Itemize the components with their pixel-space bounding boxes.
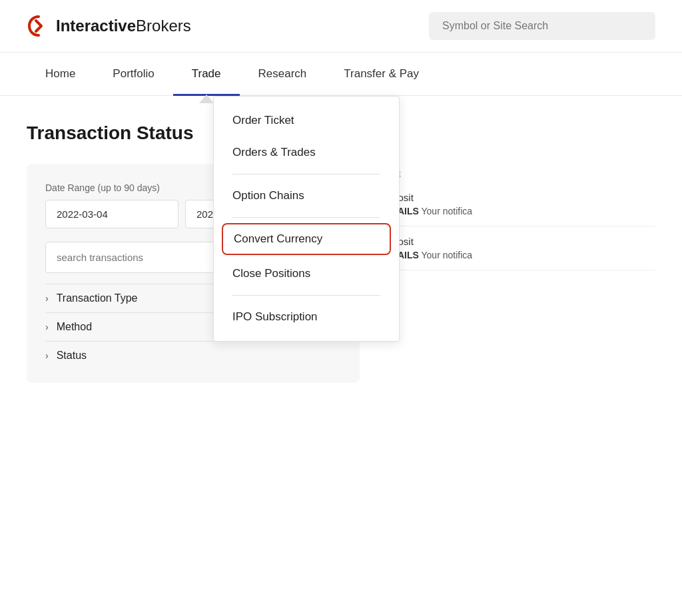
header: InteractiveBrokers — [0, 0, 682, 53]
tx-type-label: Deposit — [380, 192, 655, 203]
dropdown-arrow — [200, 95, 213, 103]
dropdown-order-ticket[interactable]: Order Ticket — [214, 105, 399, 137]
main-nav: Home Portfolio Trade Research Transfer &… — [0, 53, 682, 96]
trade-dropdown: Order Ticket Orders & Trades Option Chai… — [213, 96, 400, 342]
chevron-right-icon: › — [45, 350, 49, 361]
table-row: Deposit DETAILS Your notifica — [380, 226, 655, 270]
nav-research[interactable]: Research — [240, 53, 326, 95]
dropdown-orders-trades[interactable]: Orders & Trades — [214, 137, 399, 168]
tx-details: DETAILS Your notifica — [380, 206, 655, 216]
logo-text: InteractiveBrokers — [56, 17, 191, 35]
logo: InteractiveBrokers — [27, 14, 191, 38]
dropdown-ipo-subscription[interactable]: IPO Subscription — [214, 301, 399, 333]
chevron-right-icon: › — [45, 322, 49, 332]
dropdown-close-positions[interactable]: Close Positions — [214, 258, 399, 290]
filter-transaction-type-label: Transaction Type — [57, 292, 138, 304]
nav-transfer-pay[interactable]: Transfer & Pay — [325, 53, 438, 95]
date-start-input[interactable] — [45, 200, 178, 228]
dropdown-convert-currency[interactable]: Convert Currency — [222, 223, 391, 255]
symbol-search-input[interactable] — [429, 12, 655, 40]
dropdown-divider-3 — [232, 295, 380, 296]
logo-icon — [27, 14, 51, 38]
dropdown-option-chains[interactable]: Option Chains — [214, 180, 399, 212]
nav-home[interactable]: Home — [27, 53, 94, 95]
nav-portfolio[interactable]: Portfolio — [94, 53, 172, 95]
filter-status-label: Status — [57, 350, 87, 362]
dropdown-divider-2 — [232, 217, 380, 218]
chevron-right-icon: › — [45, 293, 49, 304]
tx-type-label: Deposit — [380, 236, 655, 247]
filter-status[interactable]: › Status — [45, 341, 341, 370]
type-column-header: TYPE — [380, 164, 655, 182]
dropdown-divider-1 — [232, 174, 380, 174]
filter-method-label: Method — [57, 321, 92, 333]
details-text: Your notifica — [422, 250, 473, 260]
details-text: Your notifica — [422, 206, 473, 216]
nav-trade[interactable]: Trade — [173, 53, 240, 95]
table-row: Deposit DETAILS Your notifica — [380, 182, 655, 226]
tx-details: DETAILS Your notifica — [380, 250, 655, 260]
transactions-panel: TYPE Deposit DETAILS Your notifica Depos… — [380, 164, 655, 383]
